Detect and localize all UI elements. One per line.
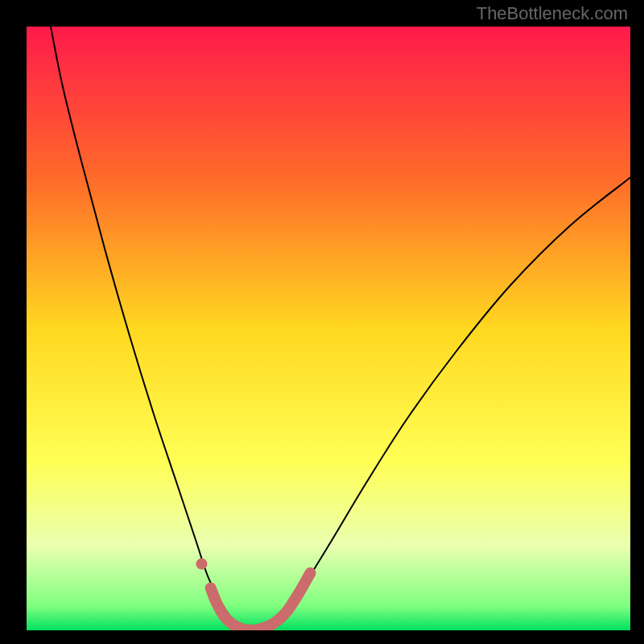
watermark-text: TheBottleneck.com: [477, 3, 628, 24]
plot-area: [27, 27, 630, 630]
highlight-dot: [196, 559, 208, 570]
gradient-background: [27, 27, 630, 630]
bottleneck-chart: [27, 27, 630, 630]
chart-frame: TheBottleneck.com: [0, 0, 644, 644]
